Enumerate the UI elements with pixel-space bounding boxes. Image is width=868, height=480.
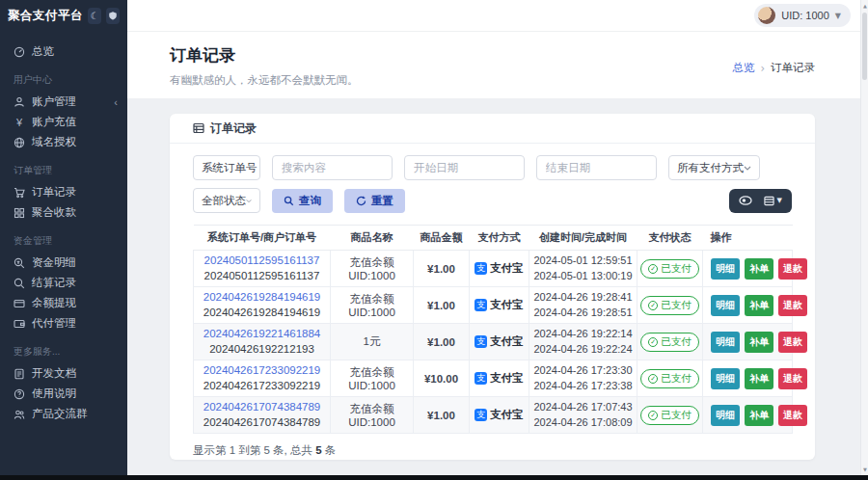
product-name: 充值余额 UID:1000 [331,251,414,287]
detail-button[interactable]: 明细 [711,405,740,426]
columns-menu-button[interactable]: ▼ [764,196,782,206]
sidebar-item-overview[interactable]: 总览 [0,41,127,62]
vertical-scrollbar[interactable]: ▲ ▼ [860,0,868,475]
scroll-down-icon[interactable]: ▼ [861,467,868,472]
scrollbar-thumb[interactable] [862,13,867,80]
theme-button[interactable] [106,8,120,24]
status-badge: ✓已支付 [640,369,699,388]
status-select[interactable]: 全部状态 [193,188,260,213]
product-name: 充值余额 UID:1000 [331,397,414,434]
col-pay-status: 支付状态 [637,226,703,251]
sidebar-group-order-management: 订单管理 [0,152,127,182]
created-time: 2024-05-01 12:59:51 [531,253,635,268]
reissue-button[interactable]: 补单 [745,295,773,316]
sidebar-item-payout-management[interactable]: 代付管理 [0,313,127,333]
table-row: 20240426192841946192024042619284194619 充… [194,287,793,324]
created-time: 2024-04-26 17:07:43 [531,400,635,414]
chevron-down-icon [246,199,252,203]
user-icon [14,96,25,108]
merchant-order-no: 20240426192212193 [196,342,328,358]
sidebar-item-account-recharge[interactable]: ¥ 账户充值 [0,112,127,132]
pagination-summary: 显示第 1 到第 5 条, 总共 5 条 [170,434,815,467]
refund-button[interactable]: 退款 [778,332,807,353]
system-order-link[interactable]: 2024042619221461884 [196,327,328,342]
scroll-up-icon[interactable]: ▲ [861,3,868,9]
refund-button[interactable]: 退款 [778,258,807,280]
detail-button[interactable]: 明细 [711,368,740,389]
sidebar-item-fund-details[interactable]: 资金明细 [0,253,127,273]
search-input[interactable] [272,155,393,180]
status-badge: ✓已支付 [640,296,699,315]
product-amount: ¥1.00 [414,397,470,434]
col-actions: 操作 [703,226,793,251]
col-order-numbers: 系统订单号/商户订单号 [194,226,331,251]
bottom-edge [0,475,868,480]
app-window: 聚合支付平台 ☾ 总览 用户中心 账户管理 ‹ ¥ 账户充值 [0,0,868,480]
refund-button[interactable]: 退款 [778,295,807,316]
reissue-button[interactable]: 补单 [745,332,773,353]
check-circle-icon: ✓ [648,264,658,274]
refund-button[interactable]: 退款 [778,368,807,389]
completed-time: 2024-04-26 17:08:09 [531,415,635,430]
system-order-link[interactable]: 2024050112595161137 [196,253,328,269]
col-pay-method: 支付方式 [470,226,529,251]
uid-label: UID: 1000 [781,10,829,21]
cart-icon [14,187,25,199]
detail-button[interactable]: 明细 [711,332,740,353]
refund-button[interactable]: 退款 [778,405,807,426]
sidebar-item-domain-authorization[interactable]: 域名授权 [0,132,127,152]
sidebar-group-fund-management: 资金管理 [0,223,127,253]
search-icon [284,196,294,206]
shield-icon [108,11,118,21]
toggle-view-icon[interactable] [739,196,752,205]
sidebar-item-product-group[interactable]: 产品交流群 [0,404,127,424]
query-button[interactable]: 查询 [272,189,333,213]
completed-time: 2024-05-01 13:00:19 [531,269,635,283]
globe-icon [14,137,25,148]
topbar: UID: 1000 ▼ [127,0,868,32]
detail-button[interactable]: 明细 [711,258,740,280]
sidebar-item-dev-docs[interactable]: 开发文档 [0,363,127,384]
product-amount: ¥1.00 [414,287,470,324]
system-order-link[interactable]: 2024042619284194619 [196,290,328,306]
sidebar-item-settlement-records[interactable]: 结算记录 [0,273,127,293]
order-type-select[interactable]: 系统订单号 [193,155,260,180]
reissue-button[interactable]: 补单 [745,368,773,389]
sidebar-item-usage-guide[interactable]: 使用说明 [0,384,127,404]
alipay-icon: 支 [475,299,487,311]
merchant-order-no: 2024042617074384789 [196,415,328,431]
user-menu[interactable]: UID: 1000 ▼ [754,4,851,27]
reset-button[interactable]: 重置 [344,189,405,213]
start-date-input[interactable] [404,155,525,180]
sidebar-group-more-services: 更多服务... [0,333,127,363]
pay-method-label: 支付宝 [490,298,524,312]
col-product-name: 商品名称 [331,226,414,251]
reissue-button[interactable]: 补单 [745,258,773,280]
alipay-icon: 支 [475,262,487,275]
sidebar-item-aggregated-collection[interactable]: 聚合收款 [0,202,127,223]
end-date-input[interactable] [536,155,657,180]
system-order-link[interactable]: 2024042617074384789 [196,400,328,415]
system-order-link[interactable]: 2024042617233092219 [196,363,328,379]
breadcrumb-overview-link[interactable]: 总览 [732,61,754,75]
check-circle-icon: ✓ [648,374,658,384]
sidebar-item-balance-withdrawal[interactable]: 余额提现 [0,293,127,313]
sidebar-header: 聚合支付平台 ☾ [0,0,127,32]
table-icon [764,196,774,206]
sidebar-group-user-center: 用户中心 [0,62,127,92]
detail-button[interactable]: 明细 [711,295,740,316]
reissue-button[interactable]: 补单 [745,405,773,426]
doc-icon [14,368,25,380]
pay-method-label: 支付宝 [490,261,524,276]
check-circle-icon: ✓ [648,301,658,310]
pay-method-label: 支付宝 [490,334,524,349]
chevron-left-icon: ‹ [114,96,118,108]
created-time: 2024-04-26 19:22:14 [531,327,635,341]
card-header: 订单记录 [170,114,815,144]
caret-down-icon: ▼ [777,197,782,204]
dark-mode-toggle[interactable]: ☾ [88,8,101,24]
pay-method-select[interactable]: 所有支付方式 [668,155,760,180]
created-time: 2024-04-26 19:28:41 [531,290,635,305]
sidebar-item-order-records[interactable]: 订单记录 [0,182,127,202]
sidebar-item-account-management[interactable]: 账户管理 ‹ [0,92,127,112]
